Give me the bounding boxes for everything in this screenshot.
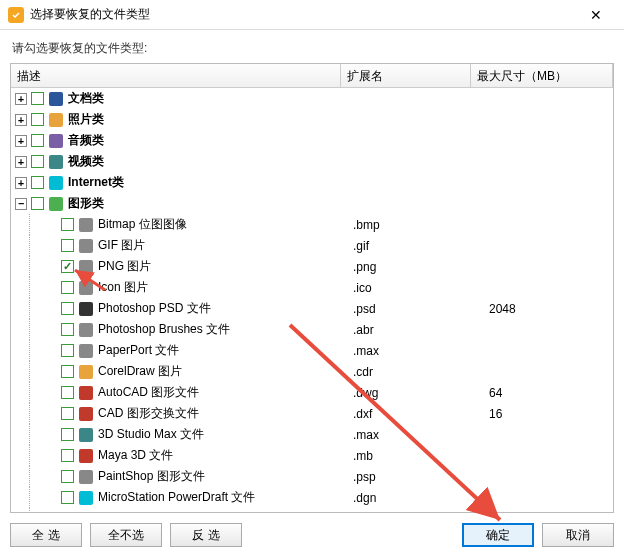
file-type-row[interactable]: Bitmap 位图图像.bmp xyxy=(11,214,613,235)
expander-spacer xyxy=(45,408,57,420)
col-extension[interactable]: 扩展名 xyxy=(341,64,471,87)
category-row[interactable]: +视频类 xyxy=(11,151,613,172)
file-icon xyxy=(78,385,94,401)
file-type-tree: 描述 扩展名 最大尺寸（MB） +文档类+照片类+音频类+视频类+Interne… xyxy=(10,63,614,513)
file-extension: .dwg xyxy=(353,386,378,400)
checkbox[interactable] xyxy=(61,386,74,399)
file-type-row[interactable]: Icon 图片.ico xyxy=(11,277,613,298)
file-icon xyxy=(78,427,94,443)
file-type-row[interactable]: CAD 图形交换文件.dxf16 xyxy=(11,403,613,424)
select-all-button[interactable]: 全 选 xyxy=(10,523,82,547)
expander-icon[interactable]: + xyxy=(15,177,27,189)
ok-button[interactable]: 确定 xyxy=(462,523,534,547)
cancel-button[interactable]: 取消 xyxy=(542,523,614,547)
file-type-row[interactable]: AutoCAD 图形文件.dwg64 xyxy=(11,382,613,403)
file-type-label: 3D Studio Max 文件 xyxy=(98,426,204,443)
checkbox[interactable] xyxy=(61,491,74,504)
folder-icon xyxy=(48,154,64,170)
file-type-label: Bitmap 位图图像 xyxy=(98,216,187,233)
col-maxsize[interactable]: 最大尺寸（MB） xyxy=(471,64,613,87)
expander-icon[interactable]: + xyxy=(15,93,27,105)
file-type-row[interactable]: CAXA 电子图板文件.exb xyxy=(11,508,613,512)
expander-spacer xyxy=(45,492,57,504)
file-icon xyxy=(78,301,94,317)
checkbox[interactable] xyxy=(31,155,44,168)
file-type-row[interactable]: Photoshop Brushes 文件.abr xyxy=(11,319,613,340)
col-description[interactable]: 描述 xyxy=(11,64,341,87)
checkbox[interactable] xyxy=(61,428,74,441)
file-icon xyxy=(78,406,94,422)
category-row[interactable]: −图形类 xyxy=(11,193,613,214)
checkbox[interactable] xyxy=(61,323,74,336)
file-type-row[interactable]: Photoshop PSD 文件.psd2048 xyxy=(11,298,613,319)
file-type-label: Photoshop PSD 文件 xyxy=(98,300,211,317)
file-icon xyxy=(78,511,94,513)
file-type-row[interactable]: PaperPort 文件.max xyxy=(11,340,613,361)
checkbox[interactable] xyxy=(61,281,74,294)
checkbox[interactable] xyxy=(31,197,44,210)
file-type-label: Icon 图片 xyxy=(98,279,148,296)
file-maxsize: 64 xyxy=(489,386,502,400)
category-row[interactable]: +Internet类 xyxy=(11,172,613,193)
checkbox[interactable] xyxy=(61,260,74,273)
file-type-label: MicroStation PowerDraft 文件 xyxy=(98,489,255,506)
file-type-row[interactable]: GIF 图片.gif xyxy=(11,235,613,256)
file-type-label: PaperPort 文件 xyxy=(98,342,179,359)
expander-spacer xyxy=(45,282,57,294)
category-row[interactable]: +文档类 xyxy=(11,88,613,109)
file-type-row[interactable]: PNG 图片.png xyxy=(11,256,613,277)
file-extension: .png xyxy=(353,260,376,274)
checkbox[interactable] xyxy=(61,239,74,252)
close-icon[interactable]: ✕ xyxy=(576,7,616,23)
file-type-label: PNG 图片 xyxy=(98,258,151,275)
checkbox[interactable] xyxy=(31,134,44,147)
checkbox[interactable] xyxy=(61,449,74,462)
category-label: 图形类 xyxy=(68,195,104,212)
file-type-label: CAXA 电子图板文件 xyxy=(98,510,205,512)
expander-icon[interactable]: − xyxy=(15,198,27,210)
file-extension: .max xyxy=(353,428,379,442)
file-extension: .ico xyxy=(353,281,372,295)
window-title: 选择要恢复的文件类型 xyxy=(30,6,576,23)
file-extension: .dxf xyxy=(353,407,372,421)
expander-icon[interactable]: + xyxy=(15,156,27,168)
category-row[interactable]: +音频类 xyxy=(11,130,613,151)
file-type-row[interactable]: CorelDraw 图片.cdr xyxy=(11,361,613,382)
file-type-row[interactable]: MicroStation PowerDraft 文件.dgn xyxy=(11,487,613,508)
select-none-button[interactable]: 全不选 xyxy=(90,523,162,547)
file-type-row[interactable]: 3D Studio Max 文件.max xyxy=(11,424,613,445)
checkbox[interactable] xyxy=(61,407,74,420)
file-type-label: CorelDraw 图片 xyxy=(98,363,182,380)
checkbox[interactable] xyxy=(61,470,74,483)
category-label: 文档类 xyxy=(68,90,104,107)
file-type-label: Photoshop Brushes 文件 xyxy=(98,321,230,338)
checkbox[interactable] xyxy=(61,302,74,315)
expander-icon[interactable]: + xyxy=(15,135,27,147)
expander-spacer xyxy=(45,303,57,315)
checkbox[interactable] xyxy=(31,176,44,189)
file-extension: .bmp xyxy=(353,218,380,232)
file-type-label: AutoCAD 图形文件 xyxy=(98,384,199,401)
checkbox[interactable] xyxy=(31,113,44,126)
category-row[interactable]: +照片类 xyxy=(11,109,613,130)
checkbox[interactable] xyxy=(61,344,74,357)
file-type-row[interactable]: Maya 3D 文件.mb xyxy=(11,445,613,466)
file-extension: .exb xyxy=(353,512,376,513)
category-label: 音频类 xyxy=(68,132,104,149)
file-extension: .dgn xyxy=(353,491,376,505)
file-type-row[interactable]: PaintShop 图形文件.psp xyxy=(11,466,613,487)
category-label: Internet类 xyxy=(68,174,124,191)
checkbox[interactable] xyxy=(61,218,74,231)
expander-icon[interactable]: + xyxy=(15,114,27,126)
checkbox[interactable] xyxy=(61,365,74,378)
expander-spacer xyxy=(45,240,57,252)
folder-icon xyxy=(48,112,64,128)
invert-button[interactable]: 反 选 xyxy=(170,523,242,547)
app-icon xyxy=(8,7,24,23)
folder-icon xyxy=(48,196,64,212)
checkbox[interactable] xyxy=(31,92,44,105)
file-icon xyxy=(78,448,94,464)
file-icon xyxy=(78,343,94,359)
tree-header: 描述 扩展名 最大尺寸（MB） xyxy=(11,64,613,88)
file-icon xyxy=(78,259,94,275)
